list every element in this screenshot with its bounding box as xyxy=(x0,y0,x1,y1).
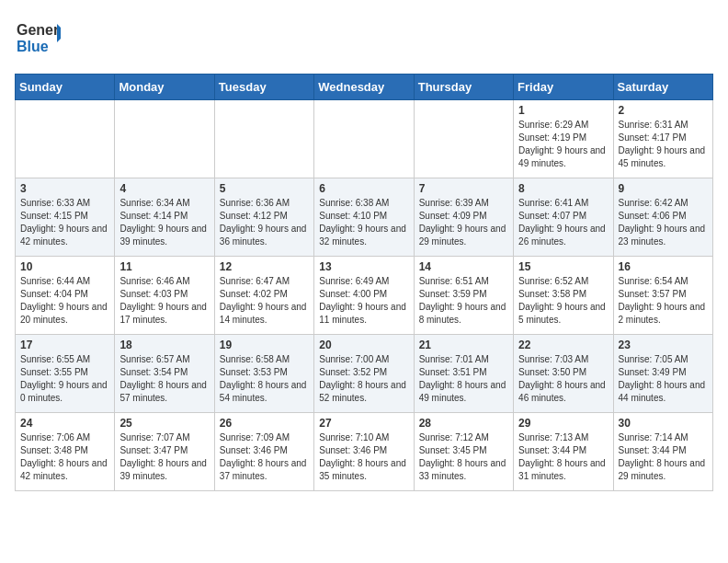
day-info: Sunrise: 7:09 AM Sunset: 3:46 PM Dayligh… xyxy=(220,431,309,483)
day-number: 2 xyxy=(619,104,708,117)
day-info: Sunrise: 6:42 AM Sunset: 4:06 PM Dayligh… xyxy=(619,197,708,248)
week-row-4: 17Sunrise: 6:55 AM Sunset: 3:55 PM Dayli… xyxy=(16,335,713,413)
day-cell-16: 16Sunrise: 6:54 AM Sunset: 3:57 PM Dayli… xyxy=(613,257,712,335)
day-info: Sunrise: 7:10 AM Sunset: 3:46 PM Dayligh… xyxy=(319,431,408,483)
day-number: 1 xyxy=(518,104,608,117)
svg-text:General: General xyxy=(17,22,61,38)
day-cell-5: 5Sunrise: 6:36 AM Sunset: 4:12 PM Daylig… xyxy=(214,178,313,257)
day-info: Sunrise: 7:06 AM Sunset: 3:48 PM Dayligh… xyxy=(20,431,109,483)
day-cell-15: 15Sunrise: 6:52 AM Sunset: 3:58 PM Dayli… xyxy=(514,257,613,335)
week-row-3: 10Sunrise: 6:44 AM Sunset: 4:04 PM Dayli… xyxy=(16,257,713,335)
day-cell-23: 23Sunrise: 7:05 AM Sunset: 3:49 PM Dayli… xyxy=(613,335,712,413)
day-cell-6: 6Sunrise: 6:38 AM Sunset: 4:10 PM Daylig… xyxy=(314,178,414,257)
day-cell-26: 26Sunrise: 7:09 AM Sunset: 3:46 PM Dayli… xyxy=(214,413,313,491)
day-cell-1: 1Sunrise: 6:29 AM Sunset: 4:19 PM Daylig… xyxy=(514,100,613,178)
day-cell-4: 4Sunrise: 6:34 AM Sunset: 4:14 PM Daylig… xyxy=(115,178,214,257)
day-cell-13: 13Sunrise: 6:49 AM Sunset: 4:00 PM Dayli… xyxy=(314,257,414,335)
empty-cell xyxy=(314,100,414,178)
day-info: Sunrise: 7:00 AM Sunset: 3:52 PM Dayligh… xyxy=(319,353,408,405)
day-info: Sunrise: 6:29 AM Sunset: 4:19 PM Dayligh… xyxy=(518,119,608,170)
day-number: 17 xyxy=(20,339,109,351)
day-info: Sunrise: 7:13 AM Sunset: 3:44 PM Dayligh… xyxy=(518,431,608,483)
weekday-header-saturday: Saturday xyxy=(613,75,712,100)
logo-graphic: General Blue xyxy=(15,15,61,64)
day-number: 21 xyxy=(419,339,508,351)
day-cell-18: 18Sunrise: 6:57 AM Sunset: 3:54 PM Dayli… xyxy=(115,335,214,413)
day-number: 11 xyxy=(119,260,209,273)
empty-cell xyxy=(414,100,513,178)
day-cell-24: 24Sunrise: 7:06 AM Sunset: 3:48 PM Dayli… xyxy=(16,413,115,491)
day-cell-10: 10Sunrise: 6:44 AM Sunset: 4:04 PM Dayli… xyxy=(16,257,115,335)
day-info: Sunrise: 6:34 AM Sunset: 4:14 PM Dayligh… xyxy=(119,197,209,248)
day-number: 8 xyxy=(518,182,608,195)
day-cell-11: 11Sunrise: 6:46 AM Sunset: 4:03 PM Dayli… xyxy=(115,257,214,335)
logo: General Blue xyxy=(15,15,61,64)
day-info: Sunrise: 6:46 AM Sunset: 4:03 PM Dayligh… xyxy=(119,275,209,327)
day-cell-7: 7Sunrise: 6:39 AM Sunset: 4:09 PM Daylig… xyxy=(414,178,513,257)
day-number: 22 xyxy=(518,339,608,351)
calendar-table: SundayMondayTuesdayWednesdayThursdayFrid… xyxy=(15,74,713,491)
day-cell-30: 30Sunrise: 7:14 AM Sunset: 3:44 PM Dayli… xyxy=(613,413,712,491)
weekday-header-monday: Monday xyxy=(115,75,214,100)
day-number: 27 xyxy=(319,417,408,430)
day-number: 23 xyxy=(619,339,708,351)
day-cell-3: 3Sunrise: 6:33 AM Sunset: 4:15 PM Daylig… xyxy=(16,178,115,257)
week-row-1: 1Sunrise: 6:29 AM Sunset: 4:19 PM Daylig… xyxy=(16,100,713,178)
page-header: General Blue xyxy=(15,15,713,64)
day-number: 28 xyxy=(419,417,508,430)
weekday-header-tuesday: Tuesday xyxy=(214,75,313,100)
empty-cell xyxy=(115,100,214,178)
day-number: 6 xyxy=(319,182,408,195)
week-row-2: 3Sunrise: 6:33 AM Sunset: 4:15 PM Daylig… xyxy=(16,178,713,257)
day-cell-28: 28Sunrise: 7:12 AM Sunset: 3:45 PM Dayli… xyxy=(414,413,513,491)
day-number: 25 xyxy=(119,417,209,430)
day-number: 26 xyxy=(220,417,309,430)
day-info: Sunrise: 6:49 AM Sunset: 4:00 PM Dayligh… xyxy=(319,275,408,327)
empty-cell xyxy=(16,100,115,178)
day-info: Sunrise: 7:12 AM Sunset: 3:45 PM Dayligh… xyxy=(419,431,508,483)
day-cell-14: 14Sunrise: 6:51 AM Sunset: 3:59 PM Dayli… xyxy=(414,257,513,335)
day-info: Sunrise: 6:36 AM Sunset: 4:12 PM Dayligh… xyxy=(220,197,309,248)
day-number: 9 xyxy=(619,182,708,195)
day-info: Sunrise: 6:38 AM Sunset: 4:10 PM Dayligh… xyxy=(319,197,408,248)
day-cell-2: 2Sunrise: 6:31 AM Sunset: 4:17 PM Daylig… xyxy=(613,100,712,178)
day-number: 4 xyxy=(119,182,209,195)
svg-text:Blue: Blue xyxy=(17,39,49,54)
day-cell-22: 22Sunrise: 7:03 AM Sunset: 3:50 PM Dayli… xyxy=(514,335,613,413)
weekday-header-friday: Friday xyxy=(514,75,613,100)
day-info: Sunrise: 6:33 AM Sunset: 4:15 PM Dayligh… xyxy=(20,197,109,248)
day-number: 5 xyxy=(220,182,309,195)
day-cell-9: 9Sunrise: 6:42 AM Sunset: 4:06 PM Daylig… xyxy=(613,178,712,257)
day-info: Sunrise: 6:41 AM Sunset: 4:07 PM Dayligh… xyxy=(518,197,608,248)
day-info: Sunrise: 6:57 AM Sunset: 3:54 PM Dayligh… xyxy=(119,353,209,405)
weekday-header-wednesday: Wednesday xyxy=(314,75,414,100)
day-info: Sunrise: 6:58 AM Sunset: 3:53 PM Dayligh… xyxy=(220,353,309,405)
day-number: 7 xyxy=(419,182,508,195)
day-info: Sunrise: 6:52 AM Sunset: 3:58 PM Dayligh… xyxy=(518,275,608,327)
day-info: Sunrise: 7:05 AM Sunset: 3:49 PM Dayligh… xyxy=(619,353,708,405)
weekday-header-thursday: Thursday xyxy=(414,75,513,100)
day-info: Sunrise: 6:55 AM Sunset: 3:55 PM Dayligh… xyxy=(20,353,109,405)
day-number: 19 xyxy=(220,339,309,351)
day-cell-20: 20Sunrise: 7:00 AM Sunset: 3:52 PM Dayli… xyxy=(314,335,414,413)
day-info: Sunrise: 6:44 AM Sunset: 4:04 PM Dayligh… xyxy=(20,275,109,327)
day-number: 15 xyxy=(518,260,608,273)
day-info: Sunrise: 7:14 AM Sunset: 3:44 PM Dayligh… xyxy=(619,431,708,483)
day-number: 18 xyxy=(119,339,209,351)
day-cell-19: 19Sunrise: 6:58 AM Sunset: 3:53 PM Dayli… xyxy=(214,335,313,413)
day-cell-25: 25Sunrise: 7:07 AM Sunset: 3:47 PM Dayli… xyxy=(115,413,214,491)
day-info: Sunrise: 6:39 AM Sunset: 4:09 PM Dayligh… xyxy=(419,197,508,248)
day-cell-21: 21Sunrise: 7:01 AM Sunset: 3:51 PM Dayli… xyxy=(414,335,513,413)
day-number: 16 xyxy=(619,260,708,273)
day-cell-17: 17Sunrise: 6:55 AM Sunset: 3:55 PM Dayli… xyxy=(16,335,115,413)
day-number: 24 xyxy=(20,417,109,430)
day-number: 14 xyxy=(419,260,508,273)
day-number: 20 xyxy=(319,339,408,351)
day-cell-29: 29Sunrise: 7:13 AM Sunset: 3:44 PM Dayli… xyxy=(514,413,613,491)
day-number: 10 xyxy=(20,260,109,273)
day-info: Sunrise: 6:47 AM Sunset: 4:02 PM Dayligh… xyxy=(220,275,309,327)
day-cell-12: 12Sunrise: 6:47 AM Sunset: 4:02 PM Dayli… xyxy=(214,257,313,335)
week-row-5: 24Sunrise: 7:06 AM Sunset: 3:48 PM Dayli… xyxy=(16,413,713,491)
day-info: Sunrise: 7:01 AM Sunset: 3:51 PM Dayligh… xyxy=(419,353,508,405)
day-number: 13 xyxy=(319,260,408,273)
